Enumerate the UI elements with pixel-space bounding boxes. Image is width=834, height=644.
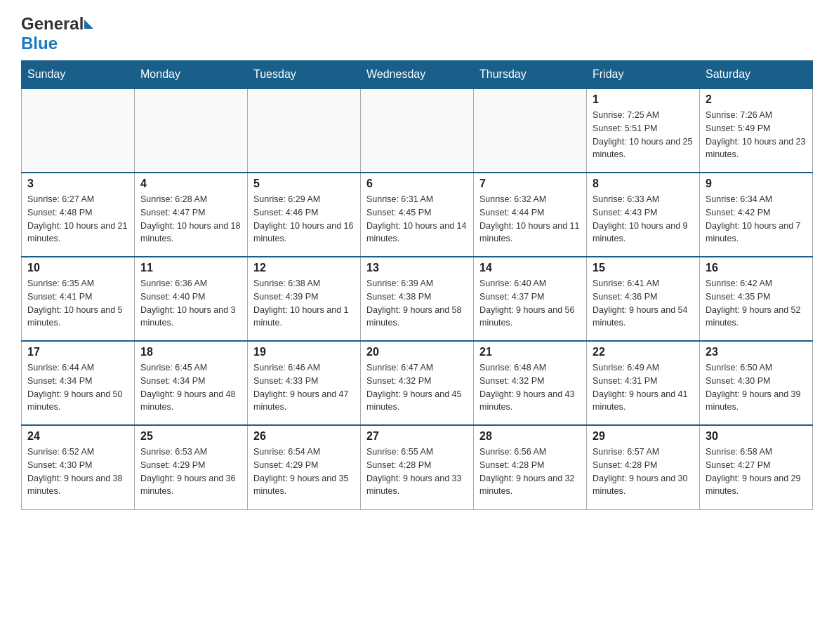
day-number: 18 [140, 346, 241, 358]
day-info: Sunrise: 6:46 AMSunset: 4:33 PMDaylight:… [253, 361, 355, 414]
day-info: Sunrise: 6:47 AMSunset: 4:32 PMDaylight:… [366, 361, 468, 414]
calendar-cell: 27Sunrise: 6:55 AMSunset: 4:28 PMDayligh… [361, 425, 474, 509]
calendar-cell: 25Sunrise: 6:53 AMSunset: 4:29 PMDayligh… [135, 425, 248, 509]
day-number: 21 [479, 346, 581, 358]
calendar-cell: 14Sunrise: 6:40 AMSunset: 4:37 PMDayligh… [474, 257, 587, 341]
day-info: Sunrise: 6:41 AMSunset: 4:36 PMDaylight:… [593, 277, 694, 330]
calendar-cell: 21Sunrise: 6:48 AMSunset: 4:32 PMDayligh… [474, 341, 587, 425]
logo-blue-text: Blue [21, 34, 58, 53]
calendar-cell: 11Sunrise: 6:36 AMSunset: 4:40 PMDayligh… [135, 257, 248, 341]
day-number: 25 [140, 430, 241, 443]
day-number: 11 [140, 262, 241, 274]
day-info: Sunrise: 6:58 AMSunset: 4:27 PMDaylight:… [706, 445, 807, 498]
weekday-header-wednesday: Wednesday [361, 61, 474, 89]
day-number: 7 [479, 177, 581, 190]
day-info: Sunrise: 6:57 AMSunset: 4:28 PMDaylight:… [593, 445, 694, 498]
calendar-cell [361, 88, 474, 173]
day-info: Sunrise: 6:32 AMSunset: 4:44 PMDaylight:… [479, 193, 581, 246]
calendar-cell: 20Sunrise: 6:47 AMSunset: 4:32 PMDayligh… [361, 341, 474, 425]
day-number: 4 [140, 177, 241, 190]
calendar-cell [248, 88, 361, 173]
day-info: Sunrise: 6:34 AMSunset: 4:42 PMDaylight:… [706, 193, 807, 246]
calendar-cell: 7Sunrise: 6:32 AMSunset: 4:44 PMDaylight… [474, 173, 587, 257]
logo-general-text: General [21, 14, 84, 34]
weekday-header-tuesday: Tuesday [248, 61, 361, 89]
calendar-cell: 15Sunrise: 6:41 AMSunset: 4:36 PMDayligh… [587, 257, 700, 341]
calendar-cell: 22Sunrise: 6:49 AMSunset: 4:31 PMDayligh… [587, 341, 700, 425]
day-info: Sunrise: 6:31 AMSunset: 4:45 PMDaylight:… [366, 193, 468, 246]
calendar-cell: 24Sunrise: 6:52 AMSunset: 4:30 PMDayligh… [22, 425, 135, 509]
day-number: 15 [593, 262, 694, 274]
day-number: 27 [366, 430, 468, 443]
day-info: Sunrise: 6:50 AMSunset: 4:30 PMDaylight:… [706, 361, 807, 414]
calendar-cell: 3Sunrise: 6:27 AMSunset: 4:48 PMDaylight… [22, 173, 135, 257]
calendar-cell: 12Sunrise: 6:38 AMSunset: 4:39 PMDayligh… [248, 257, 361, 341]
calendar-cell: 10Sunrise: 6:35 AMSunset: 4:41 PMDayligh… [22, 257, 135, 341]
day-number: 10 [27, 262, 128, 274]
day-info: Sunrise: 6:38 AMSunset: 4:39 PMDaylight:… [253, 277, 355, 330]
day-number: 5 [253, 177, 355, 190]
day-number: 16 [706, 262, 807, 274]
day-info: Sunrise: 6:53 AMSunset: 4:29 PMDaylight:… [140, 445, 241, 498]
calendar-cell: 26Sunrise: 6:54 AMSunset: 4:29 PMDayligh… [248, 425, 361, 509]
day-number: 1 [593, 93, 694, 106]
week-row-2: 3Sunrise: 6:27 AMSunset: 4:48 PMDaylight… [22, 173, 813, 257]
day-number: 3 [27, 177, 128, 190]
day-info: Sunrise: 6:44 AMSunset: 4:34 PMDaylight:… [27, 361, 128, 414]
calendar-cell: 17Sunrise: 6:44 AMSunset: 4:34 PMDayligh… [22, 341, 135, 425]
day-info: Sunrise: 6:39 AMSunset: 4:38 PMDaylight:… [366, 277, 468, 330]
day-info: Sunrise: 6:36 AMSunset: 4:40 PMDaylight:… [140, 277, 241, 330]
day-number: 13 [366, 262, 468, 274]
day-number: 19 [253, 346, 355, 358]
calendar-cell [22, 88, 135, 173]
day-info: Sunrise: 7:25 AMSunset: 5:51 PMDaylight:… [593, 109, 694, 161]
calendar-cell: 23Sunrise: 6:50 AMSunset: 4:30 PMDayligh… [700, 341, 813, 425]
day-number: 14 [479, 262, 581, 274]
day-info: Sunrise: 6:55 AMSunset: 4:28 PMDaylight:… [366, 445, 468, 498]
week-row-1: 1Sunrise: 7:25 AMSunset: 5:51 PMDaylight… [22, 88, 813, 173]
calendar-cell: 4Sunrise: 6:28 AMSunset: 4:47 PMDaylight… [135, 173, 248, 257]
day-number: 30 [706, 430, 807, 443]
day-number: 26 [253, 430, 355, 443]
day-info: Sunrise: 6:35 AMSunset: 4:41 PMDaylight:… [27, 277, 128, 330]
day-info: Sunrise: 6:40 AMSunset: 4:37 PMDaylight:… [479, 277, 581, 330]
weekday-header-row: SundayMondayTuesdayWednesdayThursdayFrid… [22, 61, 813, 89]
logo: General Blue [21, 14, 94, 53]
day-info: Sunrise: 6:45 AMSunset: 4:34 PMDaylight:… [140, 361, 241, 414]
calendar-cell [135, 88, 248, 173]
week-row-5: 24Sunrise: 6:52 AMSunset: 4:30 PMDayligh… [22, 425, 813, 509]
calendar-cell: 2Sunrise: 7:26 AMSunset: 5:49 PMDaylight… [700, 88, 813, 173]
calendar-cell [474, 88, 587, 173]
day-number: 24 [27, 430, 128, 443]
week-row-4: 17Sunrise: 6:44 AMSunset: 4:34 PMDayligh… [22, 341, 813, 425]
calendar-table: SundayMondayTuesdayWednesdayThursdayFrid… [21, 60, 813, 510]
day-info: Sunrise: 6:56 AMSunset: 4:28 PMDaylight:… [479, 445, 581, 498]
day-info: Sunrise: 6:33 AMSunset: 4:43 PMDaylight:… [593, 193, 694, 246]
day-number: 29 [593, 430, 694, 443]
day-number: 2 [706, 93, 807, 106]
calendar-cell: 8Sunrise: 6:33 AMSunset: 4:43 PMDaylight… [587, 173, 700, 257]
calendar-cell: 30Sunrise: 6:58 AMSunset: 4:27 PMDayligh… [700, 425, 813, 509]
day-number: 17 [27, 346, 128, 358]
day-info: Sunrise: 6:28 AMSunset: 4:47 PMDaylight:… [140, 193, 241, 246]
week-row-3: 10Sunrise: 6:35 AMSunset: 4:41 PMDayligh… [22, 257, 813, 341]
weekday-header-saturday: Saturday [700, 61, 813, 89]
day-number: 28 [479, 430, 581, 443]
weekday-header-friday: Friday [587, 61, 700, 89]
day-number: 9 [706, 177, 807, 190]
day-info: Sunrise: 6:29 AMSunset: 4:46 PMDaylight:… [253, 193, 355, 246]
calendar-cell: 6Sunrise: 6:31 AMSunset: 4:45 PMDaylight… [361, 173, 474, 257]
weekday-header-sunday: Sunday [22, 61, 135, 89]
calendar-cell: 29Sunrise: 6:57 AMSunset: 4:28 PMDayligh… [587, 425, 700, 509]
day-info: Sunrise: 6:27 AMSunset: 4:48 PMDaylight:… [27, 193, 128, 246]
day-number: 22 [593, 346, 694, 358]
day-info: Sunrise: 6:52 AMSunset: 4:30 PMDaylight:… [27, 445, 128, 498]
logo-triangle-icon [84, 20, 93, 29]
day-number: 23 [706, 346, 807, 358]
calendar-cell: 18Sunrise: 6:45 AMSunset: 4:34 PMDayligh… [135, 341, 248, 425]
calendar-cell: 19Sunrise: 6:46 AMSunset: 4:33 PMDayligh… [248, 341, 361, 425]
day-info: Sunrise: 6:42 AMSunset: 4:35 PMDaylight:… [706, 277, 807, 330]
day-number: 6 [366, 177, 468, 190]
day-number: 20 [366, 346, 468, 358]
calendar-cell: 16Sunrise: 6:42 AMSunset: 4:35 PMDayligh… [700, 257, 813, 341]
